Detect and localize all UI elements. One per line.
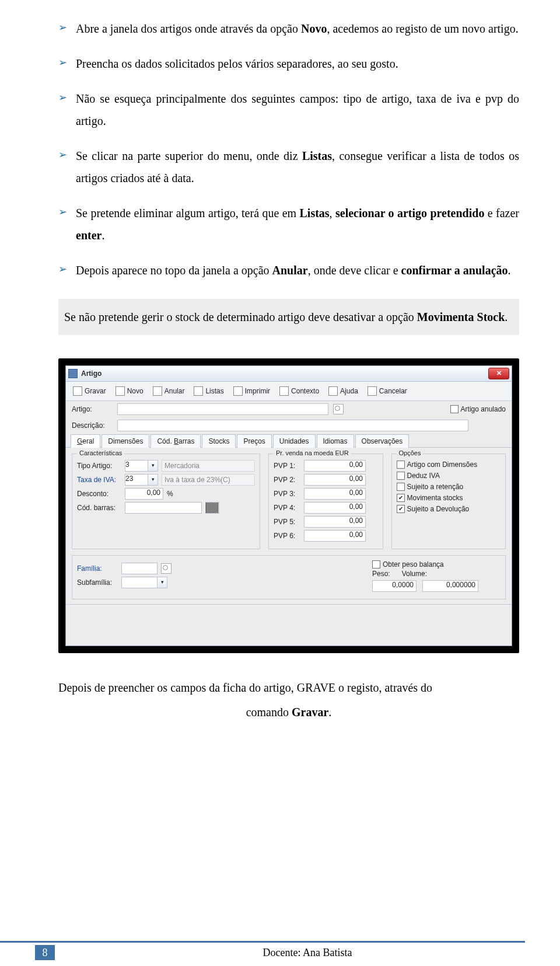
toolbar: Gravar Novo Anular Listas Imprimir Conte… bbox=[66, 382, 512, 401]
window-title: Artigo bbox=[81, 369, 488, 378]
pvp4-input[interactable]: 0,00 bbox=[304, 502, 366, 514]
fieldset-caracteristicas: Características Tipo Artigo: 3▾ Mercador… bbox=[72, 454, 260, 549]
tipo-select[interactable]: 3▾ bbox=[125, 460, 158, 472]
pvp1-input[interactable]: 0,00 bbox=[304, 460, 366, 472]
print-icon bbox=[233, 386, 243, 396]
bullet-2: Preencha os dados solicitados pelos vári… bbox=[58, 53, 519, 75]
pvp5-input[interactable]: 0,00 bbox=[304, 516, 366, 528]
tab-geral[interactable]: Geral bbox=[71, 434, 100, 448]
familia-input[interactable] bbox=[121, 563, 158, 574]
bullet-6: Depois aparece no topo da janela a opção… bbox=[58, 259, 519, 281]
footer: 8 Docente: Ana Batista bbox=[0, 941, 560, 960]
footer-docente: Docente: Ana Batista bbox=[90, 947, 525, 959]
tab-unidades[interactable]: Unidades bbox=[273, 434, 316, 448]
descricao-input[interactable] bbox=[117, 420, 468, 431]
context-icon bbox=[279, 386, 289, 396]
tipo-name: Mercadoria bbox=[162, 460, 255, 472]
toolbar-novo[interactable]: Novo bbox=[112, 385, 147, 397]
opt-deduz-iva[interactable]: Deduz IVA bbox=[397, 472, 501, 480]
desconto-input[interactable]: 0,00 bbox=[125, 488, 163, 500]
volume-input[interactable]: 0,000000 bbox=[422, 580, 478, 592]
pvp3-input[interactable]: 0,00 bbox=[304, 488, 366, 500]
note-block: Se não pretende gerir o stock de determi… bbox=[58, 299, 519, 335]
descricao-label: Descrição: bbox=[72, 421, 113, 430]
iva-select[interactable]: 23▾ bbox=[125, 474, 158, 486]
closing-text: Depois de preencher os campos da ficha d… bbox=[58, 676, 519, 723]
pvp2-input[interactable]: 0,00 bbox=[304, 474, 366, 486]
app-screenshot: Artigo ✕ Gravar Novo Anular Listas Impri… bbox=[58, 358, 519, 653]
search-icon[interactable] bbox=[333, 404, 344, 414]
opt-movimenta-stocks[interactable]: ✔Movimenta stocks bbox=[397, 494, 501, 502]
toolbar-imprimir[interactable]: Imprimir bbox=[230, 385, 274, 397]
artigo-input[interactable] bbox=[117, 403, 328, 415]
bullet-4: Se clicar na parte superior do menu, ond… bbox=[58, 145, 519, 189]
titlebar: Artigo ✕ bbox=[66, 366, 512, 382]
toolbar-gravar[interactable]: Gravar bbox=[69, 385, 110, 397]
tab-dimensoes[interactable]: Dimensões bbox=[102, 434, 149, 448]
window-bottom bbox=[66, 604, 512, 646]
tab-precos[interactable]: Preços bbox=[237, 434, 271, 448]
panel-familia: Família: Subfamília:▾ Obter peso balança… bbox=[72, 555, 506, 599]
tab-observacoes[interactable]: Observações bbox=[355, 434, 410, 448]
toolbar-listas[interactable]: Listas bbox=[190, 385, 227, 397]
bullet-5: Se pretende eliminar algum artigo, terá … bbox=[58, 202, 519, 246]
opt-dimensoes[interactable]: Artigo com Dimensões bbox=[397, 461, 501, 469]
help-icon bbox=[328, 386, 338, 396]
close-button[interactable]: ✕ bbox=[488, 368, 509, 379]
cancel-icon bbox=[153, 386, 162, 396]
tab-idiomas[interactable]: Idiomas bbox=[317, 434, 354, 448]
barcode-icon[interactable] bbox=[205, 502, 219, 514]
list-icon bbox=[194, 386, 203, 396]
close-icon bbox=[368, 386, 377, 396]
iva-name: Iva à taxa de 23%(C) bbox=[162, 474, 255, 486]
tab-codbarras[interactable]: Cód. Barras bbox=[150, 434, 201, 448]
save-icon bbox=[73, 386, 82, 396]
app-icon bbox=[68, 369, 78, 378]
fieldset-pvp: Pr. venda na moeda EUR PVP 1:0,00 PVP 2:… bbox=[268, 454, 383, 549]
subfamilia-select[interactable]: ▾ bbox=[121, 577, 167, 588]
row-descricao: Descrição: bbox=[66, 417, 512, 434]
tab-stocks[interactable]: Stocks bbox=[202, 434, 236, 448]
page-number: 8 bbox=[35, 945, 55, 960]
codbarras-input[interactable] bbox=[125, 502, 202, 514]
window-artigo: Artigo ✕ Gravar Novo Anular Listas Impri… bbox=[65, 365, 512, 646]
opt-devolucao[interactable]: ✔Sujeito a Devolução bbox=[397, 505, 501, 513]
familia-search-icon[interactable] bbox=[161, 563, 172, 574]
new-icon bbox=[116, 386, 125, 396]
bullet-3: Não se esqueça principalmente dos seguin… bbox=[58, 88, 519, 132]
toolbar-ajuda[interactable]: Ajuda bbox=[325, 385, 362, 397]
pvp6-input[interactable]: 0,00 bbox=[304, 530, 366, 542]
peso-input[interactable]: 0,0000 bbox=[372, 580, 416, 592]
bullet-list: Abre a janela dos artigos onde através d… bbox=[58, 18, 519, 281]
row-artigo: Artigo: Artigo anulado bbox=[66, 401, 512, 417]
fieldset-opcoes: Opções Artigo com Dimensões Deduz IVA Su… bbox=[391, 454, 506, 549]
artigo-anulado-check[interactable]: Artigo anulado bbox=[450, 405, 506, 413]
artigo-label: Artigo: bbox=[72, 405, 113, 413]
toolbar-anular[interactable]: Anular bbox=[149, 385, 188, 397]
panel-geral: Características Tipo Artigo: 3▾ Mercador… bbox=[66, 448, 512, 604]
opt-retencao[interactable]: Sujeito a retenção bbox=[397, 483, 501, 491]
bullet-1: Abre a janela dos artigos onde através d… bbox=[58, 18, 519, 40]
tabs: Geral Dimensões Cód. Barras Stocks Preço… bbox=[66, 434, 512, 448]
toolbar-contexto[interactable]: Contexto bbox=[276, 385, 323, 397]
opt-balanca[interactable]: Obter peso balança bbox=[372, 560, 501, 569]
toolbar-cancelar[interactable]: Cancelar bbox=[364, 385, 411, 397]
